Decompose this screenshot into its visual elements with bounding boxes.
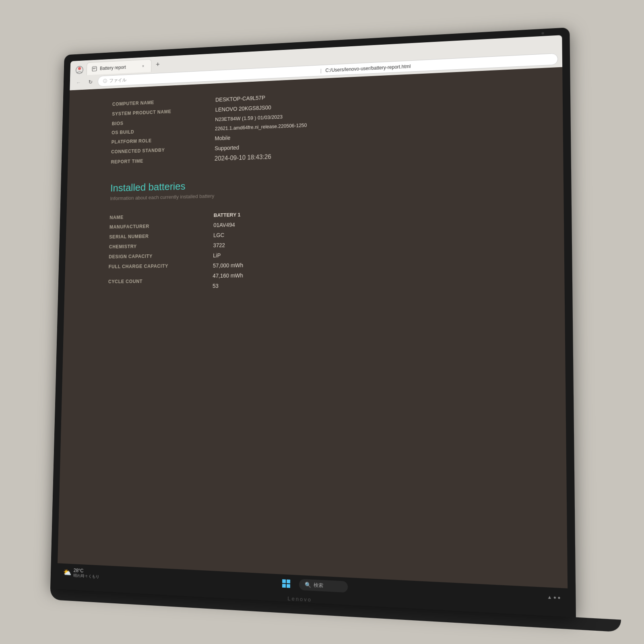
battery-name-label: NAME xyxy=(109,211,214,222)
svg-rect-4 xyxy=(287,580,290,584)
camera-dot xyxy=(541,32,544,35)
screen-bezel: Battery report × + ← ↻ ⓘ ファイル | C:/Users… xyxy=(57,35,568,607)
tab-favicon-icon xyxy=(92,66,97,72)
address-lock-icon: ⓘ xyxy=(103,78,107,84)
system-info-table: COMPUTER NAME DESKTOP-CA9L57P SYSTEM PRO… xyxy=(111,80,537,167)
installed-batteries-section: Installed batteries Information about ea… xyxy=(108,170,539,291)
battery-serial-label: SERIAL NUMBER xyxy=(109,231,213,242)
battery1-cycle-count-group: 47,160 mWh 53 xyxy=(213,267,539,291)
search-icon: 🔍 xyxy=(305,582,311,588)
battery-manufacturer-label: MANUFACTURER xyxy=(109,221,214,232)
new-tab-button[interactable]: + xyxy=(152,58,163,70)
svg-rect-3 xyxy=(282,579,286,583)
taskbar-left: ⛅ 28°C 晴れ時々くもり xyxy=(63,567,100,580)
weather-widget[interactable]: ⛅ 28°C 晴れ時々くもり xyxy=(63,567,100,580)
page-content: COMPUTER NAME DESKTOP-CA9L57P SYSTEM PRO… xyxy=(58,67,568,588)
address-separator: | xyxy=(320,68,322,73)
weather-icon: ⛅ xyxy=(63,568,72,577)
taskbar-right: ▲ ● ● xyxy=(547,594,561,601)
battery-full-charge-label: FULL CHARGE CAPACITY xyxy=(108,261,213,271)
profile-area[interactable] xyxy=(73,64,86,76)
taskbar-center: 🔍 検索 xyxy=(280,577,348,594)
system-tray: ▲ ● ● xyxy=(547,594,561,601)
weather-condition: 晴れ時々くもり xyxy=(73,573,99,579)
battery-chemistry-label: CHEMISTRY xyxy=(109,241,213,252)
svg-point-0 xyxy=(78,67,81,70)
weather-text: 28°C 晴れ時々くもり xyxy=(73,568,99,579)
taskbar-search[interactable]: 🔍 検索 xyxy=(299,579,348,592)
tab-close-button[interactable]: × xyxy=(140,63,146,69)
refresh-button[interactable]: ↻ xyxy=(85,76,95,87)
back-button[interactable]: ← xyxy=(73,77,83,88)
battery-cycle-count-label: CYCLE COUNT xyxy=(108,276,213,286)
battery1-cycle-count: 53 xyxy=(213,278,539,291)
svg-rect-6 xyxy=(287,584,290,588)
battery-table: NAME BATTERY 1 MANUFACTURER 01AV494 SERI… xyxy=(108,203,539,292)
report-time-label: REPORT TIME xyxy=(111,154,215,167)
search-label: 検索 xyxy=(314,582,323,589)
start-button[interactable] xyxy=(280,577,293,591)
tab-label: Battery report xyxy=(100,64,137,71)
svg-rect-5 xyxy=(282,584,286,588)
battery-design-capacity-label: DESIGN CAPACITY xyxy=(109,251,213,261)
laptop-body: Battery report × + ← ↻ ⓘ ファイル | C:/Users… xyxy=(50,27,576,617)
